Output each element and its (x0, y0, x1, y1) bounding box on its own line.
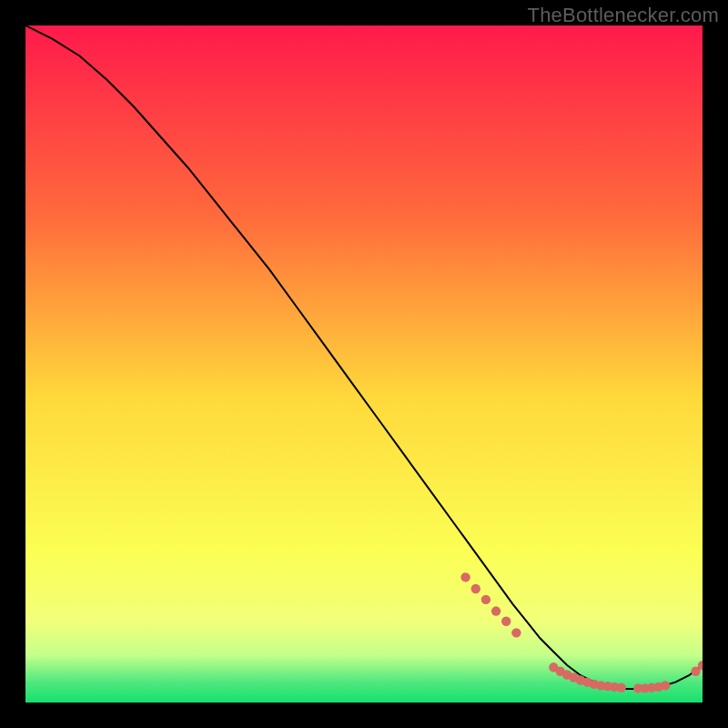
plot-area (25, 25, 703, 703)
dot (481, 595, 490, 604)
dot (511, 628, 521, 637)
dot (471, 584, 480, 593)
gradient-background (25, 25, 703, 703)
chart-frame: TheBottlenecker.com (0, 0, 728, 728)
chart-svg (25, 25, 703, 703)
dot (491, 606, 500, 615)
dot (617, 682, 626, 692)
dot (460, 572, 470, 581)
dot (501, 617, 511, 626)
dot (661, 681, 670, 690)
attribution-text: TheBottlenecker.com (528, 4, 719, 27)
